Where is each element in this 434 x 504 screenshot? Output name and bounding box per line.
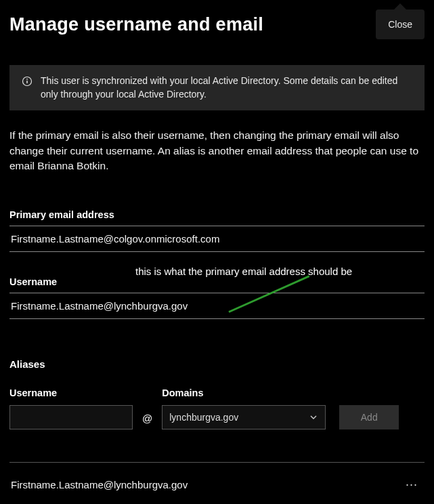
info-banner-text: This user is synchronized with your loca… — [41, 75, 397, 100]
username-value: Firstname.Lastname@lynchburgva.gov — [9, 293, 425, 319]
alias-domain-selected: lynchburgva.gov — [169, 412, 238, 423]
at-symbol: @ — [142, 413, 152, 424]
alias-list-item: Firstname.Lastname@lynchburgva.gov ··· — [9, 463, 425, 495]
annotation-text: this is what the primary email address s… — [135, 266, 352, 277]
svg-point-2 — [26, 79, 28, 80]
description-text: If the primary email is also their usern… — [9, 128, 425, 173]
primary-email-value: Firstname.Lastname@colgov.onmicrosoft.co… — [9, 226, 425, 252]
alias-add-row: Username @ Domains lynchburgva.gov Add — [9, 387, 425, 429]
alias-email-text: Firstname.Lastname@lynchburgva.gov — [11, 479, 188, 490]
alias-more-button[interactable]: ··· — [400, 475, 423, 495]
username-section: Username Firstname.Lastname@lynchburgva.… — [9, 276, 425, 319]
info-icon — [22, 76, 32, 87]
close-button[interactable]: Close — [376, 9, 425, 39]
page-title: Manage username and email — [9, 14, 263, 35]
alias-domains-label: Domains — [162, 387, 326, 398]
primary-email-label: Primary email address — [9, 209, 425, 226]
info-banner: This user is synchronized with your loca… — [9, 65, 425, 110]
username-label: Username — [9, 276, 425, 293]
chevron-down-icon — [309, 413, 318, 422]
alias-domain-select[interactable]: lynchburgva.gov — [162, 405, 326, 429]
alias-username-input[interactable] — [9, 405, 133, 429]
alias-username-label: Username — [9, 387, 133, 398]
primary-email-section: Primary email address Firstname.Lastname… — [9, 209, 425, 252]
add-alias-button[interactable]: Add — [339, 405, 399, 429]
aliases-heading: Aliases — [9, 358, 425, 370]
